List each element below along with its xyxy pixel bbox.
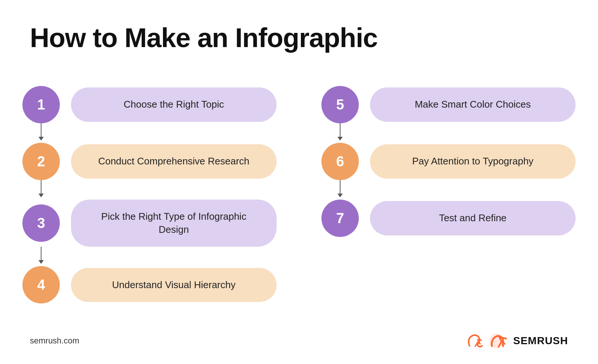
arrow-5	[321, 123, 576, 143]
step-label-6: Pay Attention to Typography	[370, 144, 576, 178]
column-2: 5Make Smart Color Choices6Pay Attention …	[299, 86, 598, 303]
footer: semrush.com SEMRUSH	[30, 333, 568, 349]
step-label-7: Test and Refine	[370, 201, 576, 235]
step-circle-2: 2	[22, 143, 60, 180]
step-circle-4: 4	[22, 266, 60, 303]
footer-url: semrush.com	[30, 336, 79, 346]
step-circle-5: 5	[321, 86, 359, 123]
step-label-2: Conduct Comprehensive Research	[71, 144, 277, 178]
arrow-6	[321, 180, 576, 200]
step-row-3: 3Pick the Right Type of Infographic Desi…	[22, 200, 277, 247]
step-circle-7: 7	[321, 200, 359, 237]
semrush-logo: SEMRUSH	[466, 333, 568, 349]
step-circle-1: 1	[22, 86, 60, 123]
step-label-5: Make Smart Color Choices	[370, 87, 576, 121]
step-label-1: Choose the Right Topic	[71, 87, 277, 121]
step-circle-6: 6	[321, 143, 359, 180]
arrow-3	[22, 247, 277, 266]
step-row-2: 2Conduct Comprehensive Research	[22, 143, 277, 180]
column-1: 1Choose the Right Topic2Conduct Comprehe…	[0, 86, 299, 303]
step-row-6: 6Pay Attention to Typography	[321, 143, 576, 180]
arrow-1	[22, 123, 277, 143]
step-row-4: 4Understand Visual Hierarchy	[22, 266, 277, 303]
step-row-5: 5Make Smart Color Choices	[321, 86, 576, 123]
content-area: 1Choose the Right Topic2Conduct Comprehe…	[0, 86, 598, 303]
step-label-4: Understand Visual Hierarchy	[71, 268, 277, 302]
semrush-brand-icon	[489, 333, 509, 349]
step-row-1: 1Choose the Right Topic	[22, 86, 277, 123]
step-row-7: 7Test and Refine	[321, 200, 576, 237]
step-circle-3: 3	[22, 204, 60, 242]
semrush-brand-name: SEMRUSH	[513, 335, 568, 347]
page-title: How to Make an Infographic	[30, 22, 377, 53]
arrow-2	[22, 180, 277, 200]
step-label-3: Pick the Right Type of Infographic Desig…	[71, 200, 277, 247]
semrush-icon	[466, 333, 485, 348]
